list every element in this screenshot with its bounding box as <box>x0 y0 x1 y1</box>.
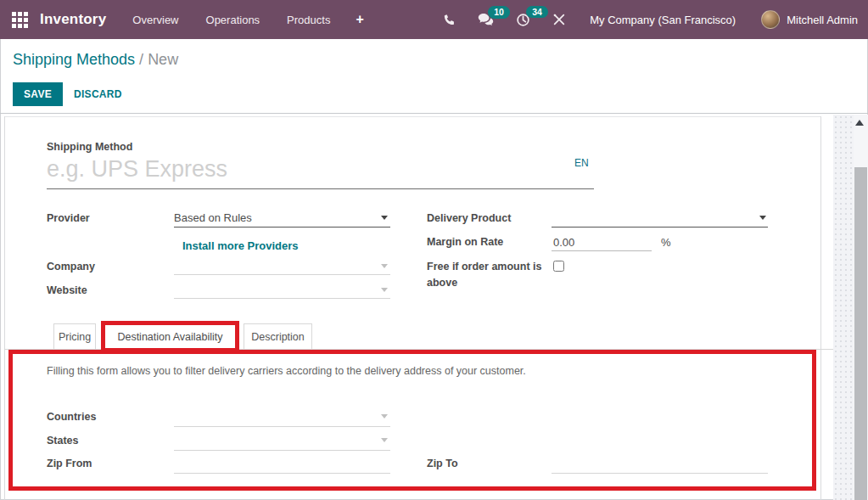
shipping-method-input[interactable] <box>47 154 556 183</box>
menu-overview[interactable]: Overview <box>132 14 178 26</box>
sheet-right-border <box>820 116 821 500</box>
tab-destination-availability[interactable]: Destination Availability <box>104 323 236 350</box>
free-if-amount-label: Free if order amount is above <box>427 259 546 291</box>
shipping-method-label: Shipping Method <box>47 141 132 153</box>
countries-field[interactable] <box>174 426 390 427</box>
user-avatar[interactable] <box>761 10 780 29</box>
tab-pricing[interactable]: Pricing <box>53 323 96 350</box>
states-field[interactable] <box>174 450 390 451</box>
app-window: Inventory Overview Operations Products +… <box>0 0 868 500</box>
provider-select[interactable]: Based on Rules <box>174 211 382 224</box>
menu-operations[interactable]: Operations <box>206 14 260 26</box>
website-caret-icon[interactable] <box>381 288 388 292</box>
messages-icon[interactable]: 10 <box>478 13 494 26</box>
zip-from-label: Zip From <box>47 458 92 469</box>
breadcrumb-separator: / <box>135 51 148 68</box>
delivery-product-label: Delivery Product <box>427 212 511 224</box>
destination-help-text: Filling this form allows you to filter d… <box>47 365 526 377</box>
states-label: States <box>47 435 79 447</box>
plus-menu-icon[interactable]: + <box>356 12 363 27</box>
zip-to-label: Zip To <box>427 458 458 469</box>
user-menu[interactable]: Mitchell Admin <box>787 14 858 26</box>
margin-on-rate-label: Margin on Rate <box>427 236 503 248</box>
company-field[interactable] <box>174 274 390 275</box>
company-label: Company <box>47 261 95 272</box>
topbar-systray: 10 34 My Company (San Francisco) Mitchel… <box>421 10 858 29</box>
phone-icon[interactable] <box>443 14 456 26</box>
app-title[interactable]: Inventory <box>40 11 106 28</box>
discard-button[interactable]: DISCARD <box>69 82 127 106</box>
tab-description[interactable]: Description <box>244 323 312 350</box>
breadcrumb-current: New <box>148 51 178 68</box>
sheet-left-border <box>4 116 5 500</box>
breadcrumb: Shipping Methods / New <box>13 51 178 69</box>
states-caret-icon[interactable] <box>381 438 388 442</box>
tools-icon[interactable] <box>552 13 566 26</box>
activities-icon[interactable]: 34 <box>516 13 530 27</box>
free-if-amount-checkbox[interactable] <box>553 261 564 272</box>
provider-underline <box>174 227 390 228</box>
language-badge[interactable]: EN <box>574 157 589 169</box>
company-switcher[interactable]: My Company (San Francisco) <box>590 14 736 26</box>
breadcrumb-shipping-methods[interactable]: Shipping Methods <box>13 51 135 68</box>
controlpanel-divider <box>0 113 868 114</box>
sheet-top-border <box>4 116 820 117</box>
provider-label: Provider <box>47 212 90 224</box>
shipping-method-underline <box>47 188 594 189</box>
zip-from-field[interactable] <box>174 473 390 474</box>
scrollbar-thumb[interactable] <box>854 167 867 500</box>
install-more-providers-link[interactable]: Install more Providers <box>182 239 299 252</box>
margin-unit: % <box>661 236 671 249</box>
margin-on-rate-input[interactable] <box>553 236 647 249</box>
top-navbar: Inventory Overview Operations Products +… <box>0 0 868 39</box>
company-caret-icon[interactable] <box>381 264 388 268</box>
delivery-product-caret-icon[interactable] <box>759 216 766 220</box>
menu-products[interactable]: Products <box>287 14 330 26</box>
delivery-product-field[interactable] <box>552 227 768 228</box>
provider-caret-icon[interactable] <box>381 216 388 220</box>
countries-caret-icon[interactable] <box>381 414 388 419</box>
messages-badge: 10 <box>488 6 510 19</box>
website-field[interactable] <box>174 298 390 299</box>
margin-underline <box>552 250 652 251</box>
activities-badge: 34 <box>526 6 548 19</box>
countries-label: Countries <box>47 411 96 423</box>
website-label: Website <box>47 284 87 296</box>
apps-grid-icon[interactable] <box>12 12 28 28</box>
scrollbar-up-arrow-icon[interactable] <box>855 120 864 126</box>
save-button[interactable]: SAVE <box>13 82 63 106</box>
zip-to-field[interactable] <box>552 473 768 474</box>
